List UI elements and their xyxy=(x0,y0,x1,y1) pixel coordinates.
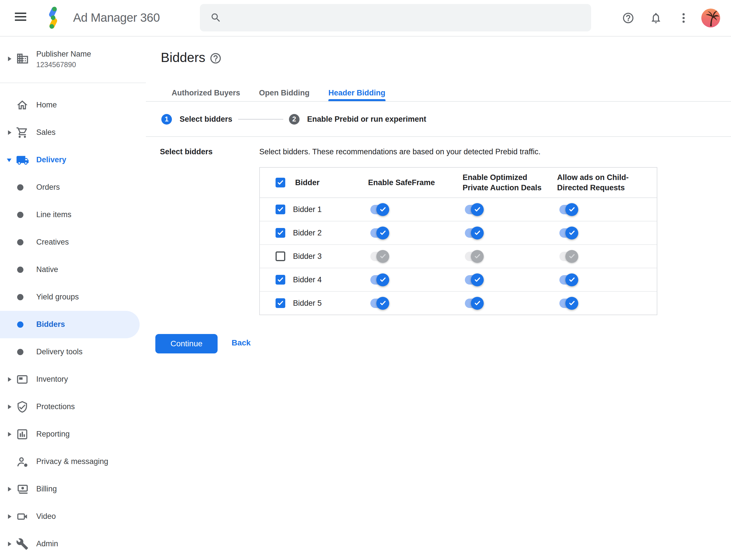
sidebar-item-label: Bidders xyxy=(36,320,65,329)
table-header-row: Bidder Enable SafeFrame Enable Optimized… xyxy=(260,168,657,198)
sidebar-item-reporting[interactable]: Reporting xyxy=(0,421,146,448)
sidebar-item-label: Orders xyxy=(36,183,60,192)
expand-arrow-icon[interactable] xyxy=(8,487,11,491)
bidder-1-optimized-deals-toggle[interactable] xyxy=(465,205,481,214)
toggle-knob xyxy=(376,250,389,263)
bidder-4-safeframe-toggle[interactable] xyxy=(370,275,386,285)
tab-label: Header Bidding xyxy=(329,89,385,97)
sidebar-item-inventory[interactable]: Inventory xyxy=(0,366,146,393)
tab-authorized-buyers[interactable]: Authorized Buyers xyxy=(172,85,240,101)
money-icon xyxy=(16,483,29,495)
bidder-3-optimized-deals-toggle[interactable] xyxy=(465,252,481,261)
toggle-knob xyxy=(471,203,484,216)
bidder-row-2: Bidder 2 xyxy=(260,221,657,245)
toggle-knob xyxy=(565,297,578,310)
expand-arrow-icon[interactable] xyxy=(8,542,11,546)
back-button[interactable]: Back xyxy=(232,338,251,347)
search-input[interactable] xyxy=(200,4,591,31)
sidebar-item-label: Yield groups xyxy=(36,293,79,301)
sidebar-item-delivery[interactable]: Delivery xyxy=(0,146,146,174)
sidebar-item-billing[interactable]: Billing xyxy=(0,475,146,503)
expand-arrow-icon[interactable] xyxy=(8,432,11,437)
sidebar-item-bidders[interactable]: Bidders xyxy=(0,311,140,338)
toggle-knob xyxy=(565,273,578,286)
bidder-4-child-directed-toggle[interactable] xyxy=(559,275,575,285)
collapse-arrow-icon[interactable] xyxy=(7,159,11,162)
sidebar-item-sales[interactable]: Sales xyxy=(0,119,146,146)
help-icon[interactable] xyxy=(622,12,634,24)
bidder-5-optimized-deals-toggle[interactable] xyxy=(465,299,481,308)
sidebar-item-native[interactable]: Native xyxy=(0,256,146,283)
sidebar-item-label: Line items xyxy=(36,210,71,219)
sidebar-item-label: Admin xyxy=(36,539,58,548)
sidebar-item-yield-groups[interactable]: Yield groups xyxy=(0,283,146,311)
toggle-knob xyxy=(376,297,389,310)
expand-arrow-icon[interactable] xyxy=(8,57,11,61)
bidder-4-optimized-deals-toggle[interactable] xyxy=(465,275,481,285)
bidder-row-5: Bidder 5 xyxy=(260,292,657,315)
toggle-knob xyxy=(565,203,578,216)
bidders-table: Bidder Enable SafeFrame Enable Optimized… xyxy=(259,167,657,315)
sidebar-item-orders[interactable]: Orders xyxy=(0,174,146,201)
more-vert-icon[interactable] xyxy=(677,12,690,24)
sidebar-item-label: Billing xyxy=(36,485,57,493)
expand-arrow-icon[interactable] xyxy=(8,377,11,382)
bidder-row-4: Bidder 4 xyxy=(260,268,657,292)
bidder-2-child-directed-toggle[interactable] xyxy=(559,228,575,238)
sidebar-item-label: Delivery tools xyxy=(36,347,83,356)
main-content: Bidders Authorized BuyersOpen BiddingHea… xyxy=(146,36,731,560)
sidebar-item-home[interactable]: Home xyxy=(0,91,146,119)
page-title-help-icon[interactable] xyxy=(209,52,222,65)
bidder-2-optimized-deals-toggle[interactable] xyxy=(465,228,481,238)
bidder-3-checkbox[interactable] xyxy=(276,251,285,261)
page-title: Bidders xyxy=(161,50,205,65)
tab-header-bidding[interactable]: Header Bidding xyxy=(329,85,385,101)
menu-icon[interactable] xyxy=(15,13,26,23)
bidder-row-3: Bidder 3 xyxy=(260,245,657,268)
tab-open-bidding[interactable]: Open Bidding xyxy=(259,85,310,101)
bidder-1-checkbox[interactable] xyxy=(276,205,285,214)
toggle-knob xyxy=(471,227,484,239)
expand-arrow-icon[interactable] xyxy=(8,514,11,519)
expand-arrow-icon[interactable] xyxy=(8,405,11,409)
bullet-dot-icon xyxy=(17,349,23,355)
sidebar-divider xyxy=(0,83,146,83)
tab-bar: Authorized BuyersOpen BiddingHeader Bidd… xyxy=(146,85,385,102)
bidder-5-safeframe-toggle[interactable] xyxy=(370,299,386,308)
bidder-label: Bidder 1 xyxy=(293,205,322,214)
bidder-3-child-directed-toggle[interactable] xyxy=(559,252,575,261)
sidebar-item-label: Creatives xyxy=(36,238,69,247)
bidder-3-safeframe-toggle[interactable] xyxy=(370,252,386,261)
toggle-knob xyxy=(376,203,389,216)
search-icon xyxy=(210,12,222,23)
bidder-5-checkbox[interactable] xyxy=(276,298,285,308)
bidder-5-child-directed-toggle[interactable] xyxy=(559,299,575,308)
bidder-label: Bidder 4 xyxy=(293,275,322,284)
sidebar-item-line-items[interactable]: Line items xyxy=(0,201,146,229)
sidebar-item-admin[interactable]: Admin xyxy=(0,530,146,558)
select-all-checkbox[interactable] xyxy=(276,178,285,187)
bidder-2-safeframe-toggle[interactable] xyxy=(370,228,386,238)
stepper: 1Select bidders2Enable Prebid or run exp… xyxy=(146,110,426,128)
sidebar-item-privacy-messaging[interactable]: Privacy & messaging xyxy=(0,448,146,475)
bullet-dot-icon xyxy=(17,239,23,245)
section-label: Select bidders xyxy=(160,147,213,156)
avatar[interactable] xyxy=(701,9,720,27)
bidder-1-safeframe-toggle[interactable] xyxy=(370,205,386,214)
sidebar-item-creatives[interactable]: Creatives xyxy=(0,229,146,256)
toggle-knob xyxy=(471,250,484,263)
publisher-name: Publisher Name xyxy=(36,50,91,59)
bidder-1-child-directed-toggle[interactable] xyxy=(559,205,575,214)
app-title: Ad Manager 360 xyxy=(73,11,160,25)
bidder-4-checkbox[interactable] xyxy=(276,275,285,285)
publisher-account-switcher[interactable]: Publisher Name 1234567890 xyxy=(0,36,146,83)
notifications-icon[interactable] xyxy=(650,12,662,24)
sidebar-item-delivery-tools[interactable]: Delivery tools xyxy=(0,338,146,366)
expand-arrow-icon[interactable] xyxy=(8,130,11,135)
bidder-2-checkbox[interactable] xyxy=(276,228,285,238)
sidebar-item-video[interactable]: Video xyxy=(0,503,146,530)
step-1-label: Select bidders xyxy=(180,115,233,124)
truck-icon xyxy=(16,154,29,166)
continue-button[interactable]: Continue xyxy=(155,334,218,353)
sidebar-item-protections[interactable]: Protections xyxy=(0,393,146,421)
